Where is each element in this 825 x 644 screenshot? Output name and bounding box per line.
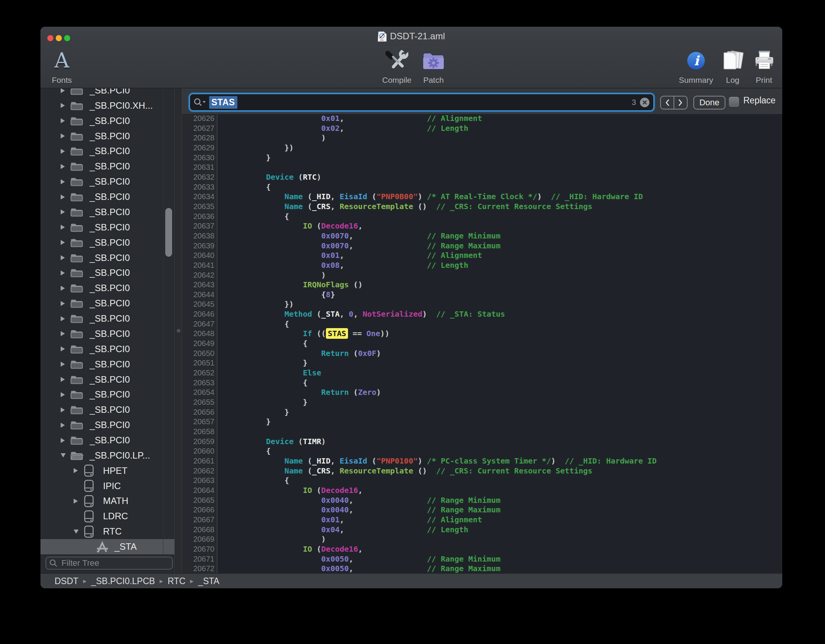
tree-row--sb-pci0[interactable]: _SB.PCI0 [40,417,174,433]
disclosure-right-icon[interactable] [60,103,66,109]
tree-row--sb-pci0[interactable]: _SB.PCI0 [40,89,174,98]
tree-row--sb-pci0[interactable]: _SB.PCI0 [40,265,174,280]
tree-row--sb-pci0[interactable]: _SB.PCI0 [40,341,174,357]
tree-row--sb-pci0[interactable]: _SB.PCI0 [40,220,174,235]
tree-row--sb-pci0[interactable]: _SB.PCI0 [40,357,174,372]
tree-row--sb-pci0[interactable]: _SB.PCI0 [40,113,174,129]
disclosure-right-icon[interactable] [60,407,66,413]
code-text: 0x0050, // Range Maximum [218,564,500,573]
disclosure-right-icon[interactable] [60,179,66,185]
fonts-button[interactable]: A Fonts [40,47,85,87]
folder-icon [70,89,84,96]
disclosure-right-icon[interactable] [60,255,66,261]
code-line-20642: 20642 ) [182,270,782,280]
tree-row--sb-pci0[interactable]: _SB.PCI0 [40,204,174,220]
tree-row--sb-pci0[interactable]: _SB.PCI0 [40,250,174,266]
line-number: 20649 [182,339,218,349]
disclosure-right-icon[interactable] [60,361,66,367]
replace-checkbox[interactable] [729,97,739,107]
tree-row--sb-pci0[interactable]: _SB.PCI0 [40,387,174,402]
disclosure-right-icon[interactable] [60,346,66,352]
disclosure-right-icon[interactable] [60,331,66,337]
tree-row--sb-pci0[interactable]: _SB.PCI0 [40,326,174,341]
code-line-20634: 20634 Name (_HID, EisaId ("PNP0B00") /* … [182,192,782,202]
tree-row--sb-pci0[interactable]: _SB.PCI0 [40,311,174,326]
code-line-20635: 20635 Name (_CRS, ResourceTemplate () //… [182,202,782,212]
done-button[interactable]: Done [693,96,725,109]
disclosure-right-icon[interactable] [60,118,66,124]
disclosure-right-icon[interactable] [60,391,66,398]
disclosure-right-icon[interactable] [60,224,66,230]
filter-tree-input[interactable] [61,558,160,568]
tree-row-label: _SB.PCI0 [90,283,130,293]
disclosure-right-icon[interactable] [60,209,66,215]
patch-button[interactable]: Patch [411,47,456,87]
disclosure-right-icon[interactable] [60,437,66,443]
tree-row--sb-pci0[interactable]: _SB.PCI0 [40,235,174,250]
sidebar-scrollbar-thumb[interactable] [165,208,172,257]
print-button[interactable]: Print [741,47,782,87]
disclosure-right-icon[interactable] [60,89,66,93]
code-text: ) [218,270,326,280]
split-divider[interactable] [174,89,182,573]
tree-row-math[interactable]: MATH [40,493,174,509]
tree-row--sb-pci0[interactable]: _SB.PCI0 [40,143,174,159]
tree-row-ipic[interactable]: IPIC [40,478,174,494]
code-text: { [218,339,308,349]
code-text: { [218,319,289,329]
tree-row--sb-pci0[interactable]: _SB.PCI0 [40,174,174,189]
tree-row--sb-pci0[interactable]: _SB.PCI0 [40,433,174,448]
disclosure-right-icon[interactable] [60,300,66,306]
tree-row--sb-pci0[interactable]: _SB.PCI0 [40,129,174,144]
code-line-20669: 20669 ) [182,535,782,544]
find-previous-button[interactable] [661,97,674,109]
line-number: 20663 [182,476,218,486]
code-text [218,427,229,437]
disclosure-right-icon[interactable] [60,422,66,428]
tree-row--sta[interactable]: _STA [40,539,174,554]
disclosure-right-icon[interactable] [60,316,66,322]
code-text: 0x0040, // Range Minimum [218,496,500,506]
tree-row--sb-pci0[interactable]: _SB.PCI0 [40,402,174,417]
search-input[interactable]: STAS 3 [190,94,653,110]
disclosure-down-icon[interactable] [73,528,79,535]
tree-row--sb-pci0-xh-[interactable]: _SB.PCI0.XH... [40,98,174,113]
line-number: 20650 [182,349,218,359]
tree-row--sb-pci0[interactable]: _SB.PCI0 [40,296,174,311]
tree-row-ldrc[interactable]: LDRC [40,509,174,524]
disclosure-down-icon[interactable] [60,452,66,459]
disclosure-right-icon[interactable] [60,285,66,291]
tree-row-label: _STA [114,541,137,552]
tree-row-rtc[interactable]: RTC [40,524,174,539]
tree-row--sb-pci0[interactable]: _SB.PCI0 [40,189,174,204]
disclosure-right-icon[interactable] [73,468,79,474]
tree-row--sb-pci0[interactable]: _SB.PCI0 [40,159,174,174]
breadcrumb-item--sta: _STA [198,576,219,586]
filter-tree-field[interactable] [45,557,173,570]
tree-row--sb-pci0-lp-[interactable]: _SB.PCI0.LP... [40,448,174,463]
split-divider-handle[interactable] [177,329,180,333]
tree-row--sb-pci0[interactable]: _SB.PCI0 [40,280,174,296]
tree-row-label: _SB.PCI0 [90,146,130,156]
tree-row-label: _SB.PCI0 [90,389,130,400]
code-text: Name (_HID, EisaId ("PNP0100") /* PC-cla… [218,456,657,466]
code-line-20654: 20654 Return (Zero) [182,388,782,398]
tree-row-hpet[interactable]: HPET [40,463,174,478]
disclosure-right-icon[interactable] [60,377,66,383]
code-editor[interactable]: 20626 0x01, // Alignment20627 0x02, // L… [182,114,782,573]
tree-row--sb-pci0[interactable]: _SB.PCI0 [40,372,174,387]
disclosure-right-icon[interactable] [60,270,66,276]
disclosure-right-icon[interactable] [60,133,66,139]
disclosure-right-icon[interactable] [60,148,66,154]
code-text: IO (Decode16, [218,486,363,496]
disclosure-right-icon[interactable] [60,194,66,200]
clear-search-button[interactable] [640,98,649,107]
code-text: Device (RTC) [218,172,321,182]
disclosure-right-icon[interactable] [60,163,66,169]
search-icon[interactable] [193,97,207,107]
find-next-button[interactable] [674,97,687,109]
disclosure-right-icon[interactable] [60,240,66,246]
code-line-20658: 20658 [182,427,782,437]
disclosure-right-icon[interactable] [73,498,79,504]
code-text [218,163,229,172]
